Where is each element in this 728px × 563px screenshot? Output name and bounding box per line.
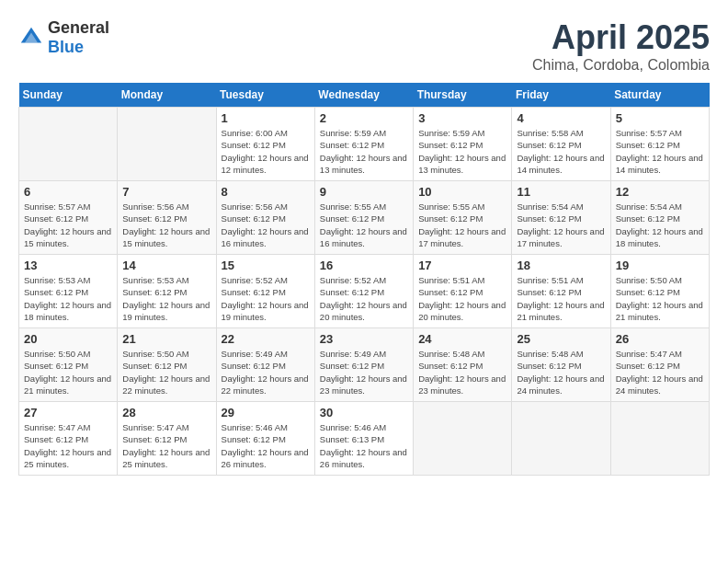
day-info: Sunrise: 5:47 AMSunset: 6:12 PMDaylight:… bbox=[24, 421, 112, 470]
day-info: Sunrise: 5:46 AMSunset: 6:13 PMDaylight:… bbox=[320, 421, 408, 470]
empty-cell bbox=[610, 402, 709, 476]
logo-general: General bbox=[48, 18, 109, 37]
day-number: 7 bbox=[122, 185, 210, 199]
day-info: Sunrise: 5:51 AMSunset: 6:12 PMDaylight:… bbox=[418, 274, 506, 323]
day-info: Sunrise: 5:57 AMSunset: 6:12 PMDaylight:… bbox=[616, 127, 704, 176]
week-row-5: 27Sunrise: 5:47 AMSunset: 6:12 PMDayligh… bbox=[19, 402, 710, 476]
day-cell-18: 18Sunrise: 5:51 AMSunset: 6:12 PMDayligh… bbox=[512, 255, 610, 328]
page-header: General Blue April 2025 Chima, Cordoba, … bbox=[18, 18, 710, 74]
day-cell-12: 12Sunrise: 5:54 AMSunset: 6:12 PMDayligh… bbox=[610, 181, 709, 255]
day-info: Sunrise: 5:52 AMSunset: 6:12 PMDaylight:… bbox=[222, 274, 310, 323]
day-cell-13: 13Sunrise: 5:53 AMSunset: 6:12 PMDayligh… bbox=[19, 255, 118, 328]
day-number: 22 bbox=[222, 332, 310, 346]
day-cell-6: 6Sunrise: 5:57 AMSunset: 6:12 PMDaylight… bbox=[19, 181, 118, 255]
day-number: 30 bbox=[320, 406, 408, 419]
day-cell-17: 17Sunrise: 5:51 AMSunset: 6:12 PMDayligh… bbox=[414, 255, 512, 328]
day-cell-7: 7Sunrise: 5:56 AMSunset: 6:12 PMDaylight… bbox=[118, 181, 216, 255]
weekday-header-wednesday: Wednesday bbox=[314, 83, 413, 108]
day-info: Sunrise: 5:54 AMSunset: 6:12 PMDaylight:… bbox=[616, 201, 704, 249]
day-info: Sunrise: 5:51 AMSunset: 6:12 PMDaylight:… bbox=[517, 274, 605, 323]
day-cell-19: 19Sunrise: 5:50 AMSunset: 6:12 PMDayligh… bbox=[610, 255, 709, 328]
day-number: 15 bbox=[222, 259, 310, 272]
weekday-header-thursday: Thursday bbox=[414, 83, 512, 108]
day-cell-24: 24Sunrise: 5:48 AMSunset: 6:12 PMDayligh… bbox=[414, 328, 512, 402]
day-number: 27 bbox=[24, 406, 112, 419]
day-cell-29: 29Sunrise: 5:46 AMSunset: 6:12 PMDayligh… bbox=[216, 402, 314, 476]
day-cell-28: 28Sunrise: 5:47 AMSunset: 6:12 PMDayligh… bbox=[118, 402, 216, 476]
day-cell-3: 3Sunrise: 5:59 AMSunset: 6:12 PMDaylight… bbox=[414, 108, 512, 181]
weekday-header-row: SundayMondayTuesdayWednesdayThursdayFrid… bbox=[19, 83, 710, 108]
day-number: 14 bbox=[122, 259, 210, 272]
empty-cell bbox=[118, 108, 216, 181]
day-number: 13 bbox=[24, 259, 112, 272]
week-row-3: 13Sunrise: 5:53 AMSunset: 6:12 PMDayligh… bbox=[19, 255, 710, 328]
day-cell-25: 25Sunrise: 5:48 AMSunset: 6:12 PMDayligh… bbox=[512, 328, 610, 402]
weekday-header-monday: Monday bbox=[118, 83, 216, 108]
weekday-header-tuesday: Tuesday bbox=[216, 83, 314, 108]
day-cell-21: 21Sunrise: 5:50 AMSunset: 6:12 PMDayligh… bbox=[118, 328, 216, 402]
day-info: Sunrise: 5:58 AMSunset: 6:12 PMDaylight:… bbox=[517, 127, 605, 176]
day-number: 17 bbox=[418, 259, 506, 272]
day-number: 20 bbox=[24, 332, 112, 346]
day-info: Sunrise: 5:47 AMSunset: 6:12 PMDaylight:… bbox=[616, 348, 704, 396]
day-number: 3 bbox=[418, 111, 506, 125]
day-info: Sunrise: 5:50 AMSunset: 6:12 PMDaylight:… bbox=[122, 348, 210, 396]
day-number: 23 bbox=[320, 332, 408, 346]
day-info: Sunrise: 5:48 AMSunset: 6:12 PMDaylight:… bbox=[517, 348, 605, 396]
day-number: 6 bbox=[24, 185, 112, 199]
day-info: Sunrise: 5:55 AMSunset: 6:12 PMDaylight:… bbox=[418, 201, 506, 249]
day-cell-5: 5Sunrise: 5:57 AMSunset: 6:12 PMDaylight… bbox=[610, 108, 709, 181]
day-cell-2: 2Sunrise: 5:59 AMSunset: 6:12 PMDaylight… bbox=[314, 108, 413, 181]
empty-cell bbox=[19, 108, 118, 181]
day-cell-11: 11Sunrise: 5:54 AMSunset: 6:12 PMDayligh… bbox=[512, 181, 610, 255]
day-info: Sunrise: 5:53 AMSunset: 6:12 PMDaylight:… bbox=[24, 274, 112, 323]
day-info: Sunrise: 5:55 AMSunset: 6:12 PMDaylight:… bbox=[320, 201, 408, 249]
day-info: Sunrise: 5:50 AMSunset: 6:12 PMDaylight:… bbox=[24, 348, 112, 396]
day-info: Sunrise: 5:54 AMSunset: 6:12 PMDaylight:… bbox=[517, 201, 605, 249]
location: Chima, Cordoba, Colombia bbox=[532, 57, 710, 74]
day-cell-30: 30Sunrise: 5:46 AMSunset: 6:13 PMDayligh… bbox=[314, 402, 413, 476]
day-info: Sunrise: 5:59 AMSunset: 6:12 PMDaylight:… bbox=[320, 127, 408, 176]
day-number: 5 bbox=[616, 111, 704, 125]
day-number: 4 bbox=[517, 111, 605, 125]
day-number: 8 bbox=[222, 185, 310, 199]
day-info: Sunrise: 5:50 AMSunset: 6:12 PMDaylight:… bbox=[616, 274, 704, 323]
day-number: 11 bbox=[517, 185, 605, 199]
day-cell-26: 26Sunrise: 5:47 AMSunset: 6:12 PMDayligh… bbox=[610, 328, 709, 402]
title-block: April 2025 Chima, Cordoba, Colombia bbox=[532, 18, 710, 74]
empty-cell bbox=[414, 402, 512, 476]
day-cell-9: 9Sunrise: 5:55 AMSunset: 6:12 PMDaylight… bbox=[314, 181, 413, 255]
day-number: 26 bbox=[616, 332, 704, 346]
month-title: April 2025 bbox=[532, 18, 710, 57]
day-info: Sunrise: 5:46 AMSunset: 6:12 PMDaylight:… bbox=[222, 421, 310, 470]
day-number: 24 bbox=[418, 332, 506, 346]
day-cell-14: 14Sunrise: 5:53 AMSunset: 6:12 PMDayligh… bbox=[118, 255, 216, 328]
day-number: 16 bbox=[320, 259, 408, 272]
weekday-header-friday: Friday bbox=[512, 83, 610, 108]
day-cell-23: 23Sunrise: 5:49 AMSunset: 6:12 PMDayligh… bbox=[314, 328, 413, 402]
day-info: Sunrise: 5:59 AMSunset: 6:12 PMDaylight:… bbox=[418, 127, 506, 176]
day-info: Sunrise: 6:00 AMSunset: 6:12 PMDaylight:… bbox=[222, 127, 310, 176]
week-row-1: 1Sunrise: 6:00 AMSunset: 6:12 PMDaylight… bbox=[19, 108, 710, 181]
day-info: Sunrise: 5:49 AMSunset: 6:12 PMDaylight:… bbox=[222, 348, 310, 396]
logo-blue: Blue bbox=[48, 38, 84, 56]
day-cell-15: 15Sunrise: 5:52 AMSunset: 6:12 PMDayligh… bbox=[216, 255, 314, 328]
weekday-header-saturday: Saturday bbox=[610, 83, 709, 108]
day-number: 29 bbox=[222, 406, 310, 419]
day-cell-4: 4Sunrise: 5:58 AMSunset: 6:12 PMDaylight… bbox=[512, 108, 610, 181]
week-row-4: 20Sunrise: 5:50 AMSunset: 6:12 PMDayligh… bbox=[19, 328, 710, 402]
day-number: 25 bbox=[517, 332, 605, 346]
day-info: Sunrise: 5:56 AMSunset: 6:12 PMDaylight:… bbox=[222, 201, 310, 249]
day-cell-10: 10Sunrise: 5:55 AMSunset: 6:12 PMDayligh… bbox=[414, 181, 512, 255]
day-number: 19 bbox=[616, 259, 704, 272]
day-number: 2 bbox=[320, 111, 408, 125]
day-cell-1: 1Sunrise: 6:00 AMSunset: 6:12 PMDaylight… bbox=[216, 108, 314, 181]
day-number: 12 bbox=[616, 185, 704, 199]
day-info: Sunrise: 5:49 AMSunset: 6:12 PMDaylight:… bbox=[320, 348, 408, 396]
week-row-2: 6Sunrise: 5:57 AMSunset: 6:12 PMDaylight… bbox=[19, 181, 710, 255]
day-cell-20: 20Sunrise: 5:50 AMSunset: 6:12 PMDayligh… bbox=[19, 328, 118, 402]
day-cell-22: 22Sunrise: 5:49 AMSunset: 6:12 PMDayligh… bbox=[216, 328, 314, 402]
day-number: 18 bbox=[517, 259, 605, 272]
weekday-header-sunday: Sunday bbox=[19, 83, 118, 108]
day-info: Sunrise: 5:56 AMSunset: 6:12 PMDaylight:… bbox=[122, 201, 210, 249]
